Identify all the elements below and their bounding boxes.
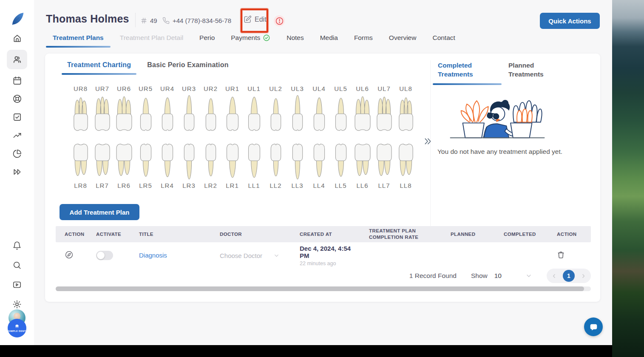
tooth-UL3[interactable]: UL3 <box>287 85 308 132</box>
tab-perio[interactable]: Perio <box>199 34 215 48</box>
tooth-UL2[interactable]: UL2 <box>265 85 287 132</box>
tab-payments[interactable]: Payments <box>231 34 270 48</box>
tooth-LR3[interactable]: LR3 <box>178 143 200 190</box>
tooth-shape <box>244 94 264 132</box>
tooth-LR5[interactable]: LR5 <box>135 143 156 190</box>
teeth-row-lower: LR8LR7LR6LR5LR4LR3LR2LR1LL1LL2LL3LL4LL5L… <box>70 143 417 190</box>
column-header-activate: ACTIVATE <box>87 231 130 238</box>
tooth-LR4[interactable]: LR4 <box>156 143 178 190</box>
collapse-panel-icon[interactable] <box>423 137 432 146</box>
column-header-treatment-plan-completion-rate: TREATMENT PLAN COMPLETION RATE <box>360 228 442 241</box>
annotation-highlight-box <box>241 8 268 33</box>
sidebar-item-calendar[interactable] <box>7 74 27 88</box>
page-size-select[interactable]: Show 10 <box>471 272 532 280</box>
chevron-right-icon <box>580 273 587 279</box>
tooth-LL8[interactable]: LL8 <box>395 143 417 190</box>
tooth-UR2[interactable]: UR2 <box>200 85 221 132</box>
tooth-LL4[interactable]: LL4 <box>308 143 330 190</box>
show-label: Show <box>471 272 488 280</box>
tooth-label: UR1 <box>225 85 239 94</box>
tooth-LR1[interactable]: LR1 <box>221 143 243 190</box>
tooth-shape <box>201 143 221 181</box>
tooth-shape <box>244 143 264 181</box>
tooth-shape <box>158 143 177 181</box>
sidebar-item-support[interactable] <box>7 92 27 106</box>
check-circle-icon <box>263 34 270 42</box>
tooth-label: UR6 <box>117 85 131 94</box>
tooth-UR8[interactable]: UR8 <box>70 85 91 132</box>
sidebar-item-tasks[interactable] <box>7 110 27 124</box>
tab-treatment-plan-detail[interactable]: Treatment Plan Detail <box>120 34 183 48</box>
page-number-current[interactable]: 1 <box>563 270 575 282</box>
chat-widget-button[interactable] <box>584 317 603 336</box>
tooth-shape <box>158 94 177 132</box>
sidebar-item-patients[interactable] <box>7 50 27 69</box>
tooth-UL7[interactable]: UL7 <box>373 85 395 132</box>
tooth-LL7[interactable]: LL7 <box>373 143 395 190</box>
simple-dent-badge[interactable]: SIMPLE DENT <box>8 319 26 337</box>
tooth-LL3[interactable]: LL3 <box>287 143 308 190</box>
tooth-UL5[interactable]: UL5 <box>330 85 352 132</box>
sidebar-item-reports[interactable] <box>7 147 27 161</box>
sidebar-item-tutorials[interactable] <box>7 278 27 292</box>
plan-title-link[interactable]: Diagnosis <box>139 252 167 259</box>
tab-label: Treatment Plan Detail <box>120 34 183 42</box>
tooth-LR7[interactable]: LR7 <box>91 143 113 190</box>
prev-page-button[interactable] <box>551 273 557 279</box>
tooth-label: UR5 <box>139 85 153 94</box>
tooth-label: LR1 <box>226 182 239 190</box>
sidebar-item-notifications[interactable] <box>7 238 27 252</box>
tooth-label: LL6 <box>356 182 368 190</box>
gear-icon <box>12 300 22 309</box>
tooth-UR6[interactable]: UR6 <box>113 85 135 132</box>
tooth-shape <box>309 94 329 132</box>
tooth-LR2[interactable]: LR2 <box>200 143 221 190</box>
quick-actions-button[interactable]: Quick Actions <box>540 13 600 29</box>
tab-notes[interactable]: Notes <box>287 34 304 48</box>
tab-completed-treatments[interactable]: Completed Treatments <box>438 61 488 85</box>
tooth-UR4[interactable]: UR4 <box>156 85 178 132</box>
tooth-LL1[interactable]: LL1 <box>243 143 265 190</box>
tooth-UL4[interactable]: UL4 <box>308 85 330 132</box>
tooth-LL6[interactable]: LL6 <box>352 143 373 190</box>
delete-plan-button[interactable] <box>557 251 565 259</box>
next-page-button[interactable] <box>580 273 587 279</box>
sidebar-item-search[interactable] <box>7 258 27 272</box>
horizontal-scrollbar-thumb[interactable] <box>56 286 584 291</box>
column-header-action: ACTION <box>56 231 87 238</box>
tab-treatment-charting[interactable]: Treatment Charting <box>67 61 131 75</box>
tab-forms[interactable]: Forms <box>354 34 373 48</box>
tooth-LL2[interactable]: LL2 <box>265 143 287 190</box>
open-charting-compass-icon[interactable] <box>65 250 74 259</box>
sidebar-item-home[interactable] <box>7 31 27 45</box>
tooth-LR6[interactable]: LR6 <box>113 143 135 190</box>
tooth-UL8[interactable]: UL8 <box>395 85 417 132</box>
tooth-shape <box>266 143 286 181</box>
tooth-UR5[interactable]: UR5 <box>135 85 156 132</box>
doctor-select[interactable]: Choose Doctor <box>220 252 291 259</box>
tooth-LR8[interactable]: LR8 <box>70 143 91 190</box>
tooth-UR3[interactable]: UR3 <box>178 85 200 132</box>
tooth-UR1[interactable]: UR1 <box>221 85 243 132</box>
patient-alert-icon[interactable] <box>274 15 285 26</box>
tooth-UL1[interactable]: UL1 <box>243 85 265 132</box>
tab-media[interactable]: Media <box>320 34 338 48</box>
tooth-UL6[interactable]: UL6 <box>352 85 373 132</box>
badge-label: SIMPLE DENT <box>8 330 26 332</box>
activate-toggle[interactable] <box>96 251 113 260</box>
tooth-label: UR2 <box>204 85 218 94</box>
tab-planned-treatments[interactable]: Planned Treatments <box>508 61 559 85</box>
sidebar-item-shortcuts[interactable] <box>7 165 27 179</box>
sidebar-nav <box>0 31 34 179</box>
tab-contact[interactable]: Contact <box>432 34 455 48</box>
tooth-shape <box>353 94 372 132</box>
tab-basic-perio-examination[interactable]: Basic Perio Examination <box>147 61 228 75</box>
add-treatment-plan-button[interactable]: Add Treatment Plan <box>60 204 139 220</box>
tab-overview[interactable]: Overview <box>389 34 417 48</box>
tab-treatment-plans[interactable]: Treatment Plans <box>53 34 104 48</box>
tooth-label: LR7 <box>96 182 109 190</box>
tooth-label: UL3 <box>291 85 304 94</box>
tooth-LL5[interactable]: LL5 <box>330 143 352 190</box>
sidebar-item-trends[interactable] <box>7 128 27 142</box>
tooth-UR7[interactable]: UR7 <box>91 85 113 132</box>
